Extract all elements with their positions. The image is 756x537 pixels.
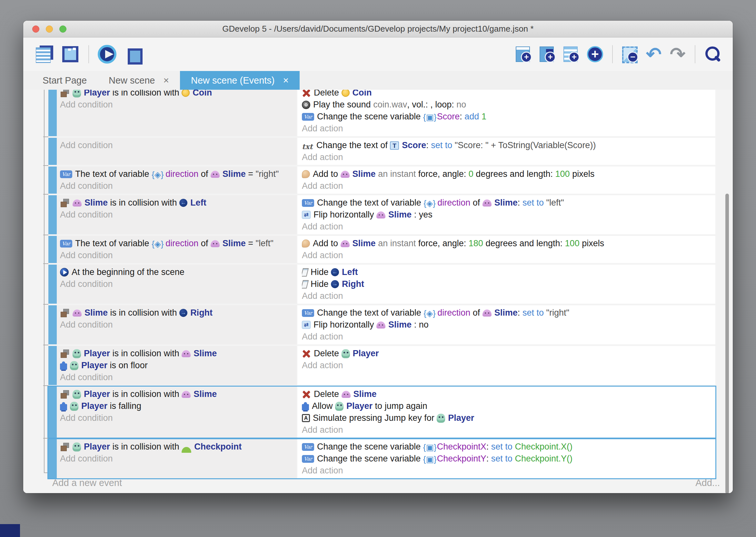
event-handle[interactable] [48,195,57,234]
undo-button[interactable] [645,46,662,62]
action-line[interactable]: Hide Right [302,278,713,290]
action-line[interactable]: Change the scene variable Score: add 1 [302,111,713,123]
add-condition-link[interactable]: Add condition [60,412,294,424]
tab-new-scene-events[interactable]: New scene (Events) [180,71,300,90]
event-handle[interactable] [48,305,57,344]
action-line[interactable]: Change the text of Score: set to "Score:… [302,140,713,151]
add-action-link[interactable]: Add action [302,465,713,476]
event-handle[interactable] [48,439,57,478]
tab-new-scene[interactable]: New scene [98,71,180,90]
scene-editor-button[interactable] [61,45,80,63]
action-line[interactable]: Add to Slime an instant force, angle: 0 … [302,168,713,180]
event-row[interactable]: The text of variable direction of Slime … [48,167,715,194]
condition-line[interactable]: Slime is in collision with Left [60,197,294,209]
condition-line[interactable]: Player is falling [60,400,294,412]
action-line[interactable]: Simulate pressing Jump key for Player [302,412,713,424]
add-condition-link[interactable]: Add condition [60,180,294,192]
tab-start-page[interactable]: Start Page [32,71,98,90]
action-line[interactable]: Flip horizontally Slime : yes [302,209,713,221]
event-handle[interactable] [48,387,57,437]
add-action-link[interactable]: Add action [302,359,713,371]
event-handle[interactable] [48,265,57,304]
event-handle[interactable] [48,90,57,136]
preview-play-icon [98,45,116,63]
add-action-link[interactable]: Add action [302,249,713,262]
action-line[interactable]: Hide Left [302,266,713,278]
add-action-link[interactable]: Add action [302,290,713,302]
add-condition-link[interactable]: Add condition [60,209,294,221]
collision-icon [60,442,70,451]
add-action-link[interactable]: Add action [302,424,713,436]
scrollbar-thumb[interactable] [725,194,729,493]
slime-icon [482,199,492,207]
condition-line[interactable]: Player is in collision with Checkpoint [60,441,294,453]
event-row[interactable]: Player is in collision with CoinAdd cond… [48,90,715,136]
condition-line[interactable]: At the beginning of the scene [60,266,294,278]
slime-icon [376,211,385,219]
add-action-link[interactable]: Add action [302,221,713,233]
add-condition-link[interactable]: Add condition [60,371,294,383]
search-button[interactable] [704,46,721,62]
add-action-link[interactable]: Add action [302,180,713,192]
collision-icon [60,198,70,208]
debug-button[interactable] [124,45,142,63]
add-event-button[interactable] [515,46,532,62]
add-more-circle-button[interactable] [587,46,603,62]
action-line[interactable]: Delete Player [302,348,713,359]
event-row[interactable]: Player is in collision with CheckpointAd… [48,439,715,478]
delete-selection-button[interactable] [622,46,638,62]
add-condition-link[interactable]: Add condition [60,319,294,331]
event-row[interactable]: The text of variable direction of Slime … [48,236,715,263]
add-more-button[interactable]: Add... [695,477,720,488]
text-segment: Player [84,349,110,358]
add-condition-link[interactable]: Add condition [60,99,294,111]
undo-icon [645,46,662,62]
add-new-event-button[interactable]: Add a new event [52,477,122,488]
text-segment: : [460,112,465,122]
preview-play-button[interactable] [98,45,116,63]
condition-line[interactable]: The text of variable direction of Slime … [60,168,294,180]
redo-button[interactable] [669,46,686,62]
add-comment-button[interactable] [563,46,580,62]
add-subevent-button[interactable] [539,46,556,62]
project-manager-button[interactable] [35,45,54,63]
close-icon[interactable] [164,75,169,85]
text-segment: Slime [353,238,376,248]
action-line[interactable]: Allow Player to jump again [302,400,713,412]
action-line[interactable]: Delete Coin [302,90,713,99]
event-handle[interactable] [48,346,57,385]
event-row[interactable]: Slime is in collision with RightAdd cond… [48,305,715,344]
text-segment: direction [437,308,470,318]
close-icon[interactable] [283,75,289,85]
add-condition-link[interactable]: Add condition [60,453,294,465]
action-line[interactable]: Flip horizontally Slime : no [302,319,713,331]
add-condition-link[interactable]: Add condition [60,140,294,151]
condition-line[interactable]: Player is on floor [60,359,294,371]
add-condition-link[interactable]: Add condition [60,278,294,290]
action-line[interactable]: Change the scene variable CheckpointX: s… [302,441,713,453]
event-handle[interactable] [48,138,57,165]
event-row[interactable]: At the beginning of the sceneAdd conditi… [48,265,715,304]
action-line[interactable]: Play the sound coin.wav, vol.: , loop: n… [302,99,713,111]
event-handle[interactable] [48,236,57,263]
action-line[interactable]: Change the text of variable direction of… [302,307,713,319]
condition-line[interactable]: The text of variable direction of Slime … [60,237,294,249]
add-action-link[interactable]: Add action [302,151,713,163]
action-line[interactable]: Change the scene variable CheckpointY: s… [302,453,713,465]
condition-line[interactable]: Player is in collision with Slime [60,388,294,400]
event-row[interactable]: Player is in collision with SlimePlayer … [48,387,715,437]
action-line[interactable]: Add to Slime an instant force, angle: 18… [302,237,713,249]
event-row[interactable]: Add conditionChange the text of Score: s… [48,138,715,165]
action-line[interactable]: Change the text of variable direction of… [302,197,713,209]
condition-line[interactable]: Slime is in collision with Right [60,307,294,319]
action-line[interactable]: Delete Slime [302,388,713,400]
event-row[interactable]: Player is in collision with SlimePlayer … [48,346,715,385]
add-condition-link[interactable]: Add condition [60,249,294,262]
add-action-link[interactable]: Add action [302,331,713,343]
condition-line[interactable]: Player is in collision with Slime [60,348,294,359]
event-row[interactable]: Slime is in collision with LeftAdd condi… [48,195,715,234]
condition-line[interactable]: Player is in collision with Coin [60,90,294,99]
text-segment: The text of variable [75,238,152,248]
add-action-link[interactable]: Add action [302,123,713,135]
event-handle[interactable] [48,167,57,194]
